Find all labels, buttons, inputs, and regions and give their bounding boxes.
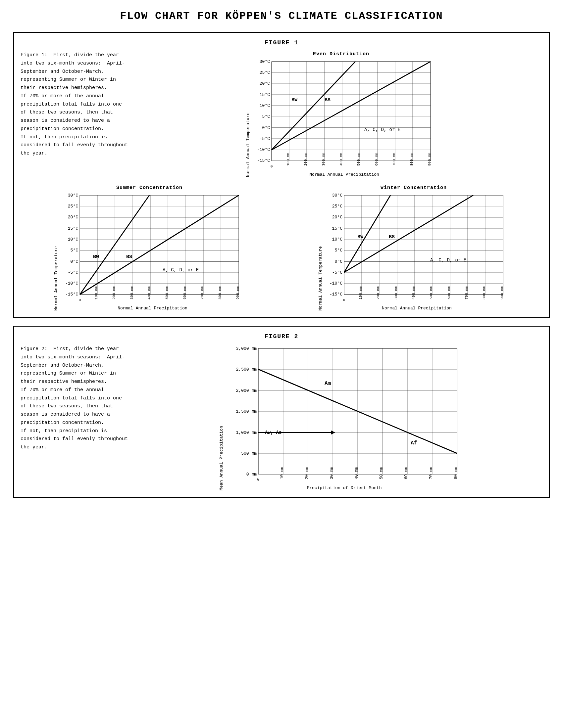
svg-text:100 mm: 100 mm (286, 153, 290, 166)
svg-text:500 mm: 500 mm (357, 153, 361, 166)
svg-text:0: 0 (257, 478, 259, 482)
figure2-text: Figure 2: First, divide the year into tw… (21, 345, 133, 490)
figure1-text: Figure 1: First, divide the year into tw… (21, 51, 133, 177)
svg-text:3,000 mm: 3,000 mm (236, 346, 257, 351)
svg-text:BS: BS (126, 254, 132, 260)
svg-marker-169 (331, 431, 335, 434)
svg-text:0°C: 0°C (70, 259, 78, 264)
even-dist-svg-container: 30°C 25°C 20°C 15°C 10°C 5°C 0°C -5°C -1… (252, 58, 437, 177)
figure2-box: FIGURE 2 Figure 2: First, divide the yea… (13, 326, 550, 498)
svg-text:900 mm: 900 mm (500, 286, 504, 299)
svg-text:-15°C: -15°C (257, 158, 269, 163)
winter-conc-svg: 30°C 25°C 20°C 15°C 10°C 5°C 0°C -5°C -1… (324, 192, 510, 304)
svg-text:15°C: 15°C (68, 226, 78, 231)
svg-text:2,000 mm: 2,000 mm (236, 388, 257, 393)
even-dist-area: Normal Annual Temperature (245, 58, 437, 177)
svg-text:Af: Af (411, 440, 417, 446)
svg-text:-15°C: -15°C (329, 292, 342, 297)
figure1-top-row: Figure 1: First, divide the year into tw… (21, 51, 542, 177)
svg-text:400 mm: 400 mm (339, 153, 343, 166)
svg-text:0°C: 0°C (335, 259, 343, 264)
svg-text:BW: BW (357, 234, 363, 240)
svg-line-85 (80, 195, 149, 295)
svg-text:700 mm: 700 mm (392, 153, 396, 166)
svg-text:200 mm: 200 mm (112, 286, 116, 299)
svg-text:25°C: 25°C (332, 204, 342, 209)
even-dist-title: Even Distribution (313, 51, 369, 57)
svg-text:10°C: 10°C (332, 237, 342, 242)
even-dist-svg: 30°C 25°C 20°C 15°C 10°C 5°C 0°C -5°C -1… (252, 58, 437, 171)
summer-conc-chart: Summer Concentration Normal Annual Tempe… (21, 185, 278, 311)
svg-text:-10°C: -10°C (329, 281, 342, 286)
svg-text:2,500 mm: 2,500 mm (236, 367, 257, 372)
svg-text:20°C: 20°C (68, 215, 78, 220)
svg-text:30 mm: 30 mm (330, 467, 334, 479)
even-distribution-chart: Even Distribution Normal Annual Temperat… (140, 51, 542, 177)
summer-conc-xlabel: Normal Annual Precipitation (60, 306, 245, 311)
figure2-title: FIGURE 2 (21, 333, 542, 340)
summer-conc-svg: 30°C 25°C 20°C 15°C 10°C 5°C 0°C -5°C -1… (60, 192, 245, 304)
svg-text:0: 0 (78, 298, 81, 302)
svg-line-40 (271, 62, 355, 150)
svg-text:200 mm: 200 mm (304, 153, 308, 166)
svg-text:5°C: 5°C (70, 248, 78, 253)
svg-text:10°C: 10°C (68, 237, 78, 242)
svg-text:Am: Am (325, 381, 331, 387)
svg-text:1,500 mm: 1,500 mm (236, 409, 257, 414)
svg-text:70 mm: 70 mm (429, 467, 434, 479)
svg-text:0: 0 (270, 164, 272, 168)
even-dist-ylabel: Normal Annual Temperature (245, 113, 250, 177)
svg-line-130 (344, 195, 391, 272)
svg-text:-5°C: -5°C (332, 270, 342, 275)
fig2-svg-container: 3,000 mm 2,500 mm 2,000 mm 1,500 mm 1,00… (225, 345, 464, 490)
svg-text:600 mm: 600 mm (447, 286, 451, 299)
winter-conc-ylabel: Normal Annual Temperature (318, 246, 323, 311)
svg-text:30°C: 30°C (68, 193, 78, 198)
svg-text:5°C: 5°C (262, 114, 270, 119)
svg-text:600 mm: 600 mm (375, 153, 379, 166)
svg-text:900 mm: 900 mm (236, 286, 240, 299)
svg-text:50 mm: 50 mm (379, 467, 384, 479)
fig2-xlabel: Precipitation of Driest Month (225, 485, 464, 490)
svg-text:A,  C,  D,  or  E: A, C, D, or E (364, 127, 400, 132)
svg-text:0°C: 0°C (262, 125, 270, 130)
svg-text:20°C: 20°C (332, 215, 342, 220)
winter-conc-svg-container: 30°C 25°C 20°C 15°C 10°C 5°C 0°C -5°C -1… (324, 192, 510, 311)
svg-text:20 mm: 20 mm (305, 467, 309, 479)
svg-text:BS: BS (325, 97, 331, 103)
figure1-box: FIGURE 1 Figure 1: First, divide the yea… (13, 32, 550, 318)
svg-text:300 mm: 300 mm (322, 153, 326, 166)
winter-conc-xlabel: Normal Annual Precipitation (324, 306, 510, 311)
svg-text:15°C: 15°C (259, 92, 269, 97)
summer-conc-svg-container: 30°C 25°C 20°C 15°C 10°C 5°C 0°C -5°C -1… (60, 192, 245, 311)
svg-text:-15°C: -15°C (65, 292, 78, 297)
winter-conc-area: Normal Annual Temperature (318, 192, 510, 311)
svg-text:400 mm: 400 mm (412, 286, 416, 299)
svg-text:Aw,  As: Aw, As (265, 430, 282, 435)
svg-text:1,000 mm: 1,000 mm (236, 430, 257, 435)
svg-text:800 mm: 800 mm (218, 286, 222, 299)
svg-text:100 mm: 100 mm (359, 286, 363, 299)
svg-text:900 mm: 900 mm (428, 153, 432, 166)
svg-text:300 mm: 300 mm (394, 286, 398, 299)
summer-conc-ylabel: Normal Annual Temperature (54, 246, 59, 311)
winter-conc-title: Winter Concentration (381, 185, 447, 191)
svg-text:40 mm: 40 mm (354, 467, 359, 479)
figure1-bottom-row: Summer Concentration Normal Annual Tempe… (21, 185, 542, 311)
svg-text:25°C: 25°C (68, 204, 78, 209)
svg-text:BW: BW (93, 254, 99, 260)
svg-text:30°C: 30°C (259, 59, 269, 64)
svg-text:-10°C: -10°C (65, 281, 78, 286)
svg-text:BW: BW (292, 97, 298, 103)
page-title: FLOW CHART FOR KÖPPEN'S CLIMATE CLASSIFI… (13, 7, 550, 25)
summer-conc-area: Normal Annual Temperature (54, 192, 245, 311)
svg-text:800 mm: 800 mm (482, 286, 486, 299)
svg-text:-10°C: -10°C (257, 147, 269, 152)
svg-text:-5°C: -5°C (259, 136, 269, 141)
svg-text:500 mm: 500 mm (165, 286, 169, 299)
fig2-area: Mean Annual Precipitation (219, 345, 464, 490)
even-dist-xlabel: Normal Annual Precipitation (252, 172, 437, 177)
svg-text:A,  C,  D,  or  E: A, C, D, or E (163, 267, 199, 273)
svg-text:700 mm: 700 mm (200, 286, 204, 299)
winter-conc-chart: Winter Concentration Normal Annual Tempe… (285, 185, 542, 311)
